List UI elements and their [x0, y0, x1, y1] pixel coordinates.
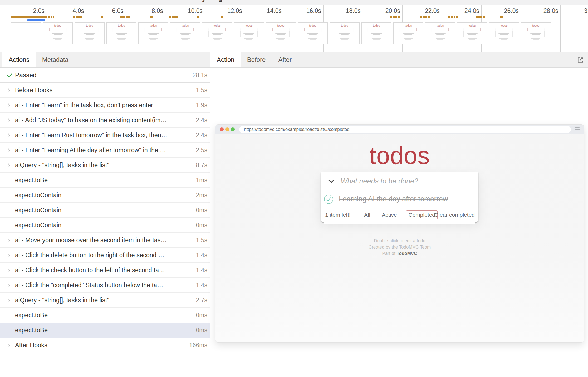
action-row[interactable]: expect.toBe0ms [0, 308, 210, 323]
action-row[interactable]: After Hooks166ms [0, 338, 210, 353]
action-row[interactable]: aiQuery - "string[], tasks in the list"2… [0, 293, 210, 308]
thumbnail-caption-line [469, 39, 475, 40]
address-bar: https://todomvc.com/examples/react/dist/… [239, 126, 571, 133]
filmstrip-frame[interactable]: todos [393, 22, 423, 44]
status-row-passed[interactable]: Passed28.1s [0, 68, 210, 83]
filter-completed[interactable]: Completed [406, 210, 438, 219]
action-row-duration: 1ms [196, 177, 207, 184]
filmstrip-frame[interactable]: todos [457, 22, 487, 44]
thumbnail-todos-title: todos [362, 24, 391, 27]
open-external-button[interactable] [576, 56, 585, 64]
action-row[interactable]: expect.toBe1ms [0, 173, 210, 188]
chevron-right-icon[interactable] [6, 267, 14, 273]
filter-all[interactable]: All [362, 210, 373, 219]
action-row[interactable]: ai - Enter "Learning AI the day after to… [0, 143, 210, 158]
filmstrip-frame[interactable]: todos [266, 22, 296, 44]
filmstrip-frame[interactable]: todos [489, 22, 519, 44]
filmstrip-frame[interactable]: todos [330, 22, 360, 44]
new-todo-input[interactable]: What needs to be done? [341, 177, 418, 185]
filmstrip-frame[interactable]: todos [361, 22, 391, 44]
action-row[interactable]: ai - Click the check button to the left … [0, 263, 210, 278]
chevron-right-icon[interactable] [6, 282, 14, 288]
action-row-duration: 28.1s [193, 72, 207, 79]
clear-completed-button[interactable]: Clear completed [434, 212, 475, 218]
action-row[interactable]: ai - Add "JS today" to base on the exist… [0, 113, 210, 128]
tab-actions[interactable]: Actions [2, 52, 36, 67]
thumbnail-caption-line [53, 38, 62, 39]
chevron-right-icon[interactable] [6, 87, 14, 93]
filmstrip-frame[interactable]: todos [298, 22, 328, 44]
chevron-right-icon[interactable] [6, 162, 14, 168]
timeline-tick-label: 18.0s [346, 7, 361, 14]
timeline-tick-label: 10.0s [188, 7, 203, 14]
filmstrip-frame[interactable]: todos [234, 22, 264, 44]
timeline-action-mark [451, 16, 453, 18]
timeline-action-mark [393, 16, 395, 18]
tab-before[interactable]: Before [241, 52, 272, 67]
chevron-right-icon[interactable] [6, 117, 14, 123]
action-row[interactable]: Before Hooks1.5s [0, 83, 210, 98]
thumbnail-todo-list [113, 31, 130, 37]
chevron-right-icon[interactable] [6, 102, 14, 108]
chevron-right-icon[interactable] [6, 343, 14, 348]
thumbnail-caption-line [214, 39, 220, 40]
thumbnail-todo-list [432, 31, 449, 37]
thumbnail-todo-list [81, 31, 98, 37]
left-tabbar: Actions Metadata [0, 52, 210, 68]
tab-metadata[interactable]: Metadata [36, 52, 75, 67]
filmstrip-blank-frame[interactable] [11, 22, 41, 44]
action-row[interactable]: expect.toContain0ms [0, 203, 210, 218]
filmstrip-frame[interactable]: todos [138, 22, 168, 44]
filmstrip-frame[interactable]: todos [521, 22, 551, 44]
thumbnail-todos-title: todos [394, 24, 423, 27]
thumbnail-caption-line [117, 38, 126, 39]
chevron-right-icon[interactable] [6, 237, 14, 243]
todo-item-label[interactable]: Learning AI the day after tomorrow [339, 195, 448, 203]
thumbnail-caption-line [213, 38, 222, 39]
thumbnail-todos-title: todos [139, 24, 168, 27]
filmstrip-frame[interactable]: todos [202, 22, 232, 44]
action-row[interactable]: expect.toBe0ms [0, 323, 210, 338]
thumbnail-todo-list [368, 31, 385, 37]
filmstrip-frame[interactable]: todos [106, 22, 136, 44]
action-row[interactable]: ai - Click the "completed" Status button… [0, 278, 210, 293]
action-row[interactable]: expect.toContain0ms [0, 218, 210, 233]
filmstrip-frame[interactable]: todos [170, 22, 200, 44]
filter-active[interactable]: Active [379, 210, 399, 219]
action-row[interactable]: ai - Move your mouse over the second ite… [0, 233, 210, 248]
thumbnail-caption-line [308, 38, 317, 39]
action-row[interactable]: ai - Click the delete button to the righ… [0, 248, 210, 263]
timeline-action-mark [123, 16, 125, 18]
action-row[interactable]: aiQuery - "string[], tasks in the list"8… [0, 158, 210, 173]
thumbnail-todos-title: todos [234, 24, 264, 27]
tab-after[interactable]: After [272, 52, 298, 67]
tab-action[interactable]: Action [210, 52, 241, 67]
thumbnail-todos-title: todos [330, 24, 359, 27]
todo-checked-circle-icon[interactable] [324, 194, 334, 204]
action-row[interactable]: expect.toContain2ms [0, 188, 210, 203]
chevron-right-icon[interactable] [6, 297, 14, 303]
timeline-action-mark [53, 16, 54, 18]
thumbnail-item-line [341, 34, 349, 35]
chevron-right-icon[interactable] [6, 252, 14, 258]
toggle-all-chevron-down-icon[interactable] [328, 179, 335, 183]
timeline-tick-label: 20.0s [385, 7, 400, 14]
filmstrip-frame[interactable]: todos [43, 22, 73, 44]
chevron-right-icon[interactable] [6, 147, 14, 153]
action-row[interactable]: ai - Enter "Learn Rust tomorrow" in the … [0, 128, 210, 143]
action-row[interactable]: ai - Enter "Learn" in the task box, don'… [0, 98, 210, 113]
thumbnail-item-line [117, 34, 125, 35]
filmstrip-frame[interactable]: todos [75, 22, 105, 44]
action-row-label: expect.toBe [15, 177, 192, 184]
timeline-action-mark [48, 16, 50, 18]
timeline-action-mark [175, 16, 178, 18]
action-snapshot-pane: https://todomvc.com/examples/react/dist/… [210, 68, 588, 377]
timeline[interactable]: 2.0s4.0s6.0s8.0s10.0s12.0s14.0s16.0s18.0… [0, 5, 588, 52]
filmstrip-frame[interactable]: todos [425, 22, 455, 44]
action-row-duration: 2.5s [196, 147, 207, 154]
thumbnail-todos-title: todos [266, 24, 296, 27]
timeline-action-mark [51, 16, 52, 18]
action-row-duration: 166ms [189, 342, 207, 349]
todo-footer: 1 item left! All Active Completed Clear … [321, 208, 478, 221]
chevron-right-icon[interactable] [6, 132, 14, 138]
